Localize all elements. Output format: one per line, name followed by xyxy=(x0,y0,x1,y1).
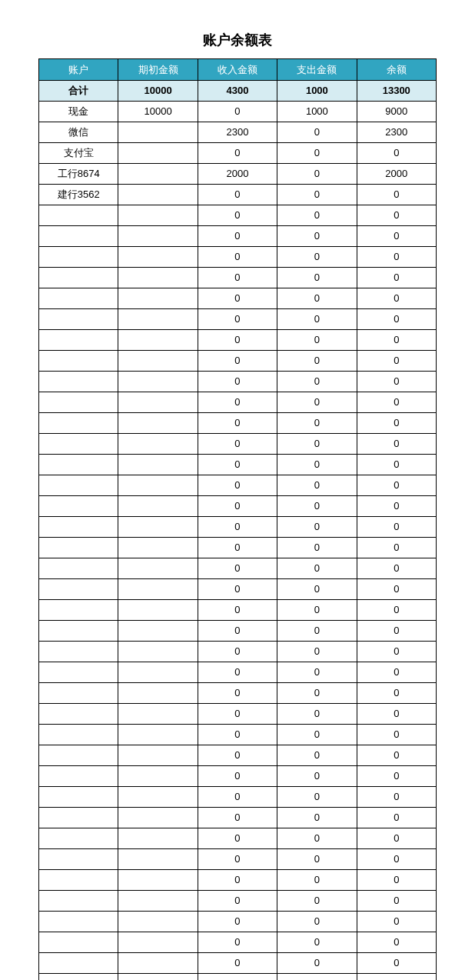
table-row: 微信230002300 xyxy=(39,122,437,143)
cell-balance: 0 xyxy=(357,974,436,981)
cell-initial xyxy=(118,226,198,247)
table-row: 000 xyxy=(39,766,437,787)
cell-income: 0 xyxy=(198,392,277,413)
header-income: 收入金额 xyxy=(198,59,277,81)
table-row: 000 xyxy=(39,870,437,891)
cell-expense: 0 xyxy=(277,600,357,621)
cell-income: 0 xyxy=(198,808,277,828)
cell-balance: 2300 xyxy=(357,122,436,143)
table-row: 000 xyxy=(39,517,437,538)
cell-initial xyxy=(118,953,198,974)
cell-initial xyxy=(118,579,198,600)
cell-balance: 0 xyxy=(357,226,436,247)
cell-initial xyxy=(118,787,198,808)
cell-balance: 0 xyxy=(357,642,436,662)
cell-balance: 0 xyxy=(357,725,436,745)
cell-balance: 0 xyxy=(357,351,436,372)
table-row: 000 xyxy=(39,372,437,392)
cell-expense: 0 xyxy=(277,143,357,164)
cell-initial xyxy=(118,849,198,870)
table-row: 000 xyxy=(39,475,437,496)
table-row: 000 xyxy=(39,683,437,704)
cell-income: 0 xyxy=(198,932,277,953)
cell-balance: 0 xyxy=(357,558,436,579)
cell-initial xyxy=(118,413,198,434)
cell-expense: 0 xyxy=(277,288,357,309)
cell-income: 0 xyxy=(198,434,277,455)
cell-balance: 0 xyxy=(357,475,436,496)
cell-income: 0 xyxy=(198,683,277,704)
cell-account xyxy=(39,309,118,330)
cell-account xyxy=(39,642,118,662)
cell-initial xyxy=(118,372,198,392)
cell-income: 0 xyxy=(198,226,277,247)
cell-expense: 0 xyxy=(277,413,357,434)
cell-expense: 0 xyxy=(277,434,357,455)
cell-balance: 0 xyxy=(357,932,436,953)
cell-account: 现金 xyxy=(39,102,118,122)
cell-expense: 0 xyxy=(277,268,357,288)
cell-account xyxy=(39,351,118,372)
cell-initial xyxy=(118,164,198,185)
cell-income: 0 xyxy=(198,247,277,268)
cell-account xyxy=(39,413,118,434)
cell-account: 支付宝 xyxy=(39,143,118,164)
header-expense: 支出金额 xyxy=(277,59,357,81)
cell-balance: 0 xyxy=(357,268,436,288)
header-balance: 余额 xyxy=(357,59,436,81)
cell-balance: 0 xyxy=(357,330,436,351)
cell-expense: 0 xyxy=(277,953,357,974)
cell-expense: 0 xyxy=(277,351,357,372)
cell-balance: 0 xyxy=(357,517,436,538)
cell-income: 0 xyxy=(198,475,277,496)
cell-initial xyxy=(118,912,198,932)
cell-income: 0 xyxy=(198,891,277,912)
cell-balance: 0 xyxy=(357,185,436,205)
table-header-row: 账户 期初金额 收入金额 支出金额 余额 xyxy=(39,59,437,81)
cell-income: 0 xyxy=(198,849,277,870)
cell-account xyxy=(39,226,118,247)
cell-expense: 0 xyxy=(277,704,357,725)
balance-table: 账户 期初金额 收入金额 支出金额 余额 合计 10000 4300 1000 … xyxy=(38,58,437,980)
cell-initial xyxy=(118,683,198,704)
table-row: 000 xyxy=(39,226,437,247)
cell-income: 0 xyxy=(198,205,277,226)
cell-expense: 0 xyxy=(277,974,357,981)
cell-initial xyxy=(118,392,198,413)
cell-account xyxy=(39,745,118,766)
cell-initial xyxy=(118,974,198,981)
cell-initial xyxy=(118,600,198,621)
total-label: 合计 xyxy=(39,81,118,102)
cell-income: 0 xyxy=(198,102,277,122)
cell-account xyxy=(39,891,118,912)
cell-account xyxy=(39,392,118,413)
cell-income: 0 xyxy=(198,558,277,579)
cell-balance: 0 xyxy=(357,372,436,392)
cell-account xyxy=(39,372,118,392)
cell-initial xyxy=(118,247,198,268)
header-initial: 期初金额 xyxy=(118,59,198,81)
table-row: 000 xyxy=(39,558,437,579)
cell-income: 0 xyxy=(198,579,277,600)
cell-account xyxy=(39,725,118,745)
cell-expense: 0 xyxy=(277,247,357,268)
total-initial: 10000 xyxy=(118,81,198,102)
cell-initial xyxy=(118,309,198,330)
page-title: 账户余额表 xyxy=(38,31,437,49)
cell-expense: 0 xyxy=(277,372,357,392)
cell-account xyxy=(39,247,118,268)
cell-initial xyxy=(118,662,198,683)
cell-account xyxy=(39,662,118,683)
cell-initial xyxy=(118,766,198,787)
cell-balance: 0 xyxy=(357,953,436,974)
cell-initial xyxy=(118,143,198,164)
cell-account xyxy=(39,621,118,642)
cell-expense: 0 xyxy=(277,787,357,808)
cell-account: 建行3562 xyxy=(39,185,118,205)
cell-initial xyxy=(118,268,198,288)
cell-initial xyxy=(118,621,198,642)
cell-expense: 0 xyxy=(277,455,357,475)
cell-balance: 0 xyxy=(357,621,436,642)
table-row: 000 xyxy=(39,288,437,309)
cell-income: 0 xyxy=(198,766,277,787)
